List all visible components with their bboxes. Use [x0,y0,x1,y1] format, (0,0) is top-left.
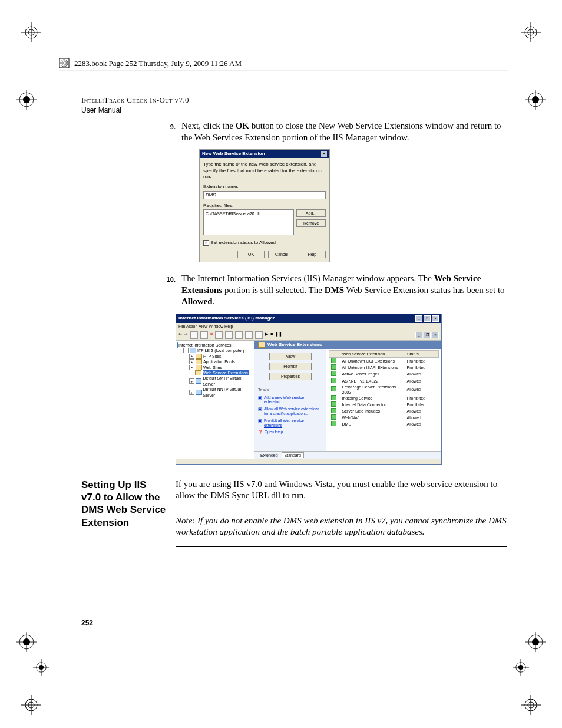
ext-icon [331,364,336,370]
remove-button[interactable]: Remove [296,219,326,227]
play-icon[interactable]: ▶ [265,331,268,339]
registration-mark-icon [16,90,37,110]
add-button[interactable]: Add... [296,209,326,217]
status-bar [176,459,441,464]
toolbar-icon[interactable] [255,331,263,339]
back-icon[interactable]: ⇦ [178,331,182,339]
registration-mark-icon [16,632,37,652]
col-extension[interactable]: Web Service Extension [340,351,405,358]
mdi-minimize-icon[interactable]: _ [415,332,422,338]
required-files-label: Required files: [203,203,326,209]
mdi-close-icon[interactable]: × [432,332,439,338]
wse-panel-title: Web Service Extensions [267,342,322,348]
folder-icon [196,354,202,359]
table-row[interactable]: WebDAVAllowed [329,414,439,421]
folder-icon [196,365,202,370]
add-icon: ▣ [258,396,262,400]
table-row[interactable]: DMSAllowed [329,421,439,427]
toolbar-icon[interactable] [190,331,198,339]
pause-icon[interactable]: ❚❚ [275,331,282,339]
ok-button[interactable]: OK [237,251,265,258]
menu-bar[interactable]: File Action View Window Help [176,323,441,330]
toolbar-icon[interactable] [215,331,223,339]
extension-name-input[interactable]: DMS [203,191,326,199]
extension-name-label: Extension name: [203,184,326,190]
maximize-icon[interactable]: □ [424,315,431,322]
toolbar: ⇦ ⇨ × ▶ ■ ❚❚ [176,330,285,340]
allow-button[interactable]: Allow [269,353,312,360]
ext-name: Indexing Service [340,395,405,401]
book-icon [59,58,70,68]
task-link[interactable]: ▣Prohibit all Web service extensions [258,419,323,428]
note-text: Note: If you do not enable the DMS web e… [176,515,507,538]
delete-icon[interactable]: × [210,331,213,339]
task-link[interactable]: ▣Allow all Web service extensions for a … [258,407,323,416]
ext-icon [331,421,336,426]
tab-extended[interactable]: Extended [258,453,280,458]
divider [176,510,507,510]
toolbar-icon[interactable] [235,331,243,339]
help-button[interactable]: Help [299,251,326,258]
table-row[interactable]: Indexing ServiceProhibited [329,395,439,401]
col-status[interactable]: Status [405,351,439,358]
toolbar-icon[interactable] [245,331,253,339]
ext-icon [331,358,336,363]
ext-icon [331,386,336,391]
allowed-checkbox-label: Set extension status to Allowed [210,240,276,245]
folder-icon [195,370,201,375]
table-row[interactable]: ASP.NET v1.1.4322Allowed [329,378,439,384]
cancel-button[interactable]: Cancel [268,251,295,258]
ext-status: Prohibited [405,358,439,365]
required-files-list[interactable]: C:\ITASSET\RIS\ssceca20.dll [203,209,294,235]
step-number: 10. [81,273,181,284]
mail-icon [196,378,202,384]
iis-title: Internet Information Services (IIS) Mana… [178,315,275,322]
table-row[interactable]: All Unknown CGI ExtensionsProhibited [329,358,439,365]
book-header-line: 2283.book Page 252 Thursday, July 9, 200… [74,59,242,68]
registration-mark-icon [525,90,546,110]
product-title: IntelliTrack Check In-Out v7.0 [81,95,507,105]
stop-icon[interactable]: ■ [270,331,273,339]
tab-standard[interactable]: Standard [282,452,304,458]
properties-button[interactable]: Properties [269,373,312,380]
tasks-label: Tasks [258,387,323,393]
allowed-checkbox[interactable]: ✓ [203,240,209,246]
close-icon[interactable]: × [321,151,327,157]
table-row[interactable]: All Unknown ISAPI ExtensionsProhibited [329,364,439,371]
prohibit-button[interactable]: Prohibit [269,363,312,370]
product-subtitle: User Manual [81,106,507,114]
iis-tree[interactable]: Internet Information Services −ITFILE-3 … [176,341,254,459]
ext-icon [331,408,336,413]
ext-status: Allowed [405,378,439,384]
registration-mark-icon [525,632,546,652]
toolbar-icon[interactable] [200,331,208,339]
crop-mark-icon [521,22,541,42]
news-icon [196,390,202,395]
ext-status: Prohibited [405,395,439,401]
prohibit-icon: ▣ [258,419,262,423]
crop-mark-icon [21,22,41,42]
task-link[interactable]: ❓Open Help [258,430,323,434]
computer-icon [190,348,196,353]
tree-selected[interactable]: Web Service Extensions [203,370,249,375]
close-icon[interactable]: × [432,315,439,322]
table-row[interactable]: Internet Data ConnectorProhibited [329,401,439,408]
svg-rect-40 [59,58,69,68]
toolbar-icon[interactable] [225,331,233,339]
forward-icon[interactable]: ⇨ [184,331,188,339]
minimize-icon[interactable]: _ [415,315,422,322]
ext-name: WebDAV [340,414,405,421]
ext-status: Allowed [405,371,439,377]
mdi-restore-icon[interactable]: ❐ [424,332,431,338]
table-row[interactable]: Server Side IncludesAllowed [329,408,439,414]
folder-icon [258,342,265,348]
new-web-service-extension-dialog: New Web Service Extension × Type the nam… [199,149,330,262]
wse-table[interactable]: Web Service Extension Status All Unknown… [326,349,441,451]
ext-icon [331,401,336,407]
ext-status: Allowed [405,421,439,427]
step-text: Next, click the OK button to close the N… [181,120,507,143]
table-row[interactable]: Active Server PagesAllowed [329,371,439,377]
task-link[interactable]: ▣Add a new Web service extension... [258,396,323,405]
table-row[interactable]: FrontPage Server Extensions 2002Allowed [329,384,439,395]
ext-icon [331,414,336,420]
